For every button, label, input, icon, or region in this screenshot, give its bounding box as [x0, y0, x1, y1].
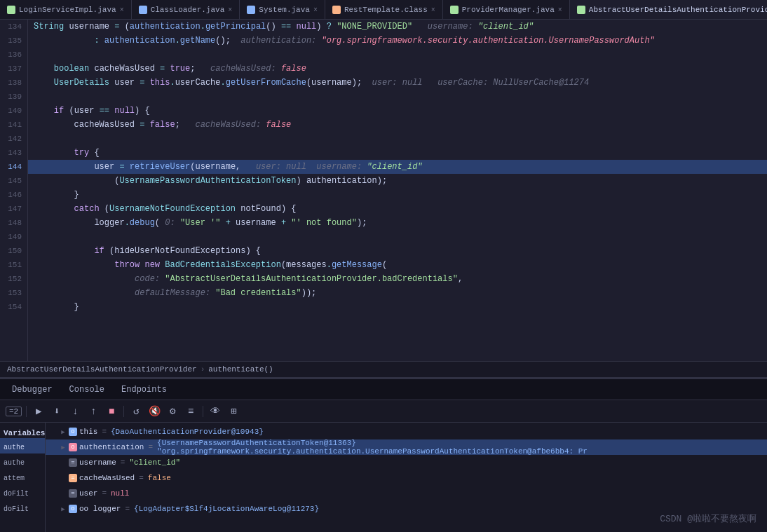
- code-line-142: [28, 132, 767, 146]
- step-out-button[interactable]: ↑: [86, 404, 101, 419]
- var-user[interactable]: ▶ = user = null: [46, 486, 767, 501]
- sidebar-item-attem[interactable]: attem: [0, 469, 45, 484]
- var-type-icon: =: [69, 474, 77, 482]
- watermark: CSDN @啦啦不要熬夜啊: [660, 512, 756, 525]
- java-icon: [450, 6, 459, 14]
- breadcrumb-class: AbstractUserDetailsAuthenticationProvide…: [7, 365, 197, 374]
- sidebar-item-authe-2[interactable]: authe: [0, 453, 45, 469]
- ide-window: LoginServiceImpl.java × ClassLoader.java…: [0, 0, 767, 532]
- tab-restTemplate[interactable]: RestTemplate.class ×: [325, 0, 443, 20]
- toolbar-separator-2: [123, 406, 124, 417]
- tab-debugger[interactable]: Debugger: [4, 379, 61, 400]
- toolbar-separator: [26, 406, 27, 417]
- expand-icon: ▶: [60, 505, 67, 512]
- var-type-icon: o: [69, 443, 77, 451]
- java-icon: [7, 6, 15, 14]
- reset-button[interactable]: ↺: [128, 404, 144, 419]
- code-line-152: code: "AbstractUserDetailsAuthentication…: [28, 272, 767, 286]
- panel-content: Variables authe authe attem doFilt doFil…: [0, 423, 767, 532]
- breadcrumb-separator: ›: [201, 365, 205, 374]
- code-line-140: if (user == null) {: [28, 104, 767, 118]
- editor-section: 134 135 136 137 138 139 140 141 142 143 …: [0, 20, 767, 361]
- code-line-148: logger.debug( 0: "User '" + username + "…: [28, 216, 767, 230]
- tab-console[interactable]: Console: [61, 379, 113, 400]
- tab-providerManager[interactable]: ProviderManager.java ×: [443, 0, 570, 20]
- breadcrumb-method: authenticate(): [208, 365, 273, 374]
- thread-item-variables: Variables: [0, 423, 45, 438]
- code-line-143: try {: [28, 146, 767, 160]
- tab-label: LoginServiceImpl.java: [19, 6, 116, 14]
- var-username[interactable]: ▶ = username = "client_id": [46, 455, 767, 470]
- var-type-icon: =: [69, 458, 77, 467]
- var-logger[interactable]: ▶ o oo logger = {LogAdapter$Slf4jLocatio…: [46, 501, 767, 517]
- code-line-139: [28, 90, 767, 104]
- tab-label: ClassLoader.java: [151, 6, 225, 14]
- mute-button[interactable]: 🔇: [147, 404, 162, 419]
- code-content: String username = (authentication.getPri…: [28, 20, 767, 361]
- java-icon: [247, 6, 255, 14]
- stop-button[interactable]: ■: [104, 404, 119, 419]
- close-icon[interactable]: ×: [120, 6, 124, 14]
- code-line-134: String username = (authentication.getPri…: [28, 20, 767, 34]
- code-line-146: }: [28, 188, 767, 202]
- step-over-button[interactable]: ⬇: [49, 404, 65, 419]
- expand-icon: ▶: [60, 428, 67, 435]
- tab-bar: LoginServiceImpl.java × ClassLoader.java…: [0, 0, 767, 20]
- sidebar-item-doFilt-2[interactable]: doFilt: [0, 500, 45, 515]
- code-line-147: catch (UsernameNotFoundException notFoun…: [28, 202, 767, 216]
- code-line-141: cacheWasUsed = false; cacheWasUsed: fals…: [28, 118, 767, 132]
- var-cacheWasUsed[interactable]: ▶ = cacheWasUsed = false: [46, 470, 767, 486]
- bottom-panel: Debugger Console Endpoints =2 ▶ ⬇ ↓ ↑ ■ …: [0, 378, 767, 532]
- tab-loginServiceImpl[interactable]: LoginServiceImpl.java ×: [0, 0, 132, 20]
- breadcrumb: AbstractUserDetailsAuthenticationProvide…: [0, 361, 767, 378]
- code-line-136: [28, 48, 767, 62]
- code-line-151: throw new BadCredentialsException(messag…: [28, 258, 767, 272]
- var-this[interactable]: ▶ o this = {DaoAuthenticationProvider@10…: [46, 424, 767, 439]
- code-line-150: if (hideUserNotFoundExceptions) {: [28, 244, 767, 258]
- java-icon: [139, 6, 147, 14]
- close-icon[interactable]: ×: [558, 6, 562, 14]
- expand-icon: ▶: [60, 444, 67, 451]
- show-watches-button[interactable]: 👁: [208, 404, 223, 419]
- var-type-icon: =: [69, 489, 77, 498]
- sidebar-item-doFilt-1[interactable]: doFilt: [0, 484, 45, 500]
- toolbar-separator-3: [203, 406, 203, 417]
- resume-button[interactable]: ▶: [31, 404, 46, 419]
- class-icon: [332, 6, 341, 14]
- code-editor: 134 135 136 137 138 139 140 141 142 143 …: [0, 20, 767, 361]
- panel-tab-bar: Debugger Console Endpoints: [0, 379, 767, 400]
- close-icon[interactable]: ×: [313, 6, 318, 14]
- java-icon: [577, 6, 585, 14]
- line-numbers: 134 135 136 137 138 139 140 141 142 143 …: [0, 20, 28, 361]
- tab-classLoader[interactable]: ClassLoader.java ×: [132, 0, 240, 20]
- tab-label: System.java: [259, 6, 310, 14]
- code-line-154: }: [28, 300, 767, 314]
- variables-tree: ▶ o this = {DaoAuthenticationProvider@10…: [46, 423, 767, 532]
- settings-button[interactable]: ⚙: [165, 404, 180, 419]
- code-line-144: user = retrieveUser(username, user: null…: [28, 160, 767, 174]
- step-into-button[interactable]: ↓: [67, 404, 83, 419]
- code-line-149: [28, 230, 767, 244]
- code-line-135: : authentication.getName(); authenticati…: [28, 34, 767, 48]
- tab-label: RestTemplate.class: [344, 6, 428, 14]
- tab-system[interactable]: System.java ×: [240, 0, 325, 20]
- tab-label: AbstractUserDetailsAuthenticationProvide…: [589, 6, 767, 14]
- more-button[interactable]: ≡: [183, 404, 198, 419]
- code-line-138: UserDetails user = this.userCache.getUse…: [28, 76, 767, 90]
- code-line-153: defaultMessage: "Bad credentials"));: [28, 286, 767, 300]
- var-type-icon: o: [69, 428, 77, 436]
- thread-sidebar: Variables authe authe attem doFilt doFil…: [0, 423, 46, 532]
- sidebar-item-authe-1[interactable]: authe: [0, 438, 45, 453]
- filter-button[interactable]: ⊞: [226, 404, 241, 419]
- tab-endpoints[interactable]: Endpoints: [113, 379, 175, 400]
- var-type-icon: o: [69, 505, 77, 513]
- tab-label: ProviderManager.java: [462, 6, 555, 14]
- code-line-145: (UsernamePasswordAuthenticationToken) au…: [28, 174, 767, 188]
- code-line-137: boolean cacheWasUsed = true; cacheWasUse…: [28, 62, 767, 76]
- close-icon[interactable]: ×: [228, 6, 232, 14]
- close-icon[interactable]: ×: [431, 6, 435, 14]
- debugger-toolbar: =2 ▶ ⬇ ↓ ↑ ■ ↺ 🔇 ⚙ ≡ 👁 ⊞: [0, 400, 767, 423]
- thread-count-badge: =2: [6, 407, 22, 416]
- tab-abstractProvider[interactable]: AbstractUserDetailsAuthenticationProvide…: [570, 0, 767, 20]
- var-authentication[interactable]: ▶ o authentication = {UsernamePasswordAu…: [46, 439, 767, 455]
